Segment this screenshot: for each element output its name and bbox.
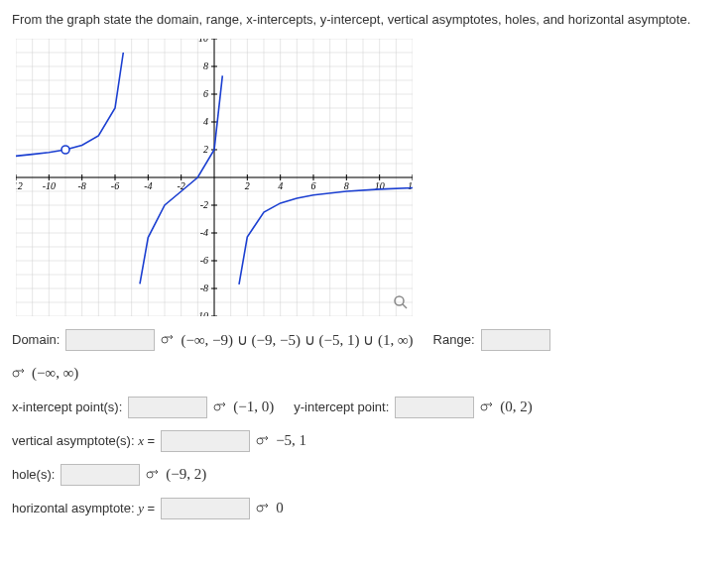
svg-text:-10: -10 (43, 180, 56, 191)
svg-point-95 (162, 337, 168, 343)
domain-answer: (−∞, −9) ∪ (−9, −5) ∪ (−5, 1) ∪ (1, ∞) (181, 331, 413, 349)
svg-point-115 (147, 472, 153, 478)
svg-text:4: 4 (203, 116, 208, 127)
preview-icon[interactable] (213, 400, 227, 414)
svg-text:-6: -6 (111, 180, 119, 191)
svg-line-94 (403, 304, 407, 308)
svg-text:-4: -4 (200, 227, 208, 238)
yint-input[interactable] (395, 397, 474, 418)
preview-icon[interactable] (480, 400, 494, 414)
graph-container: -12-10-8-6-4-224681012-10-8-6-4-2246810 (16, 39, 413, 316)
svg-text:6: 6 (203, 88, 208, 99)
svg-point-99 (13, 371, 19, 377)
range-label: Range: (433, 332, 475, 347)
vasym-row: vertical asymptote(s): x = −5, 1 (12, 427, 716, 455)
domain-label: Domain: (12, 332, 60, 347)
vasym-answer: −5, 1 (276, 432, 306, 449)
function-graph: -12-10-8-6-4-224681012-10-8-6-4-2246810 (16, 39, 413, 316)
svg-text:-12: -12 (16, 180, 23, 191)
hasym-input[interactable] (161, 498, 250, 519)
preview-icon[interactable] (256, 434, 270, 448)
svg-text:4: 4 (278, 180, 283, 191)
holes-answer: (−9, 2) (166, 466, 206, 483)
preview-icon[interactable] (161, 333, 175, 347)
svg-point-119 (257, 506, 263, 512)
svg-text:2: 2 (203, 144, 208, 155)
svg-point-107 (481, 404, 487, 410)
hasym-label: horizontal asymptote: y = (12, 501, 155, 516)
svg-text:8: 8 (203, 60, 208, 71)
xint-answer: (−1, 0) (233, 399, 274, 415)
svg-text:10: 10 (198, 39, 208, 44)
holes-row: hole(s): (−9, 2) (12, 461, 716, 489)
svg-text:12: 12 (408, 180, 413, 191)
hasym-row: horizontal asymptote: y = 0 (12, 495, 716, 522)
domain-input[interactable] (65, 329, 155, 351)
preview-icon[interactable] (256, 502, 270, 515)
svg-text:-4: -4 (144, 180, 152, 191)
preview-icon[interactable] (12, 367, 26, 381)
svg-point-103 (214, 404, 220, 410)
svg-text:-8: -8 (77, 180, 85, 191)
vasym-label: vertical asymptote(s): x = (12, 433, 155, 449)
svg-point-92 (61, 146, 69, 154)
svg-text:-6: -6 (200, 255, 208, 266)
svg-text:-10: -10 (195, 310, 208, 316)
yint-label: y-intercept point: (294, 400, 389, 414)
xint-input[interactable] (128, 397, 207, 418)
svg-text:-2: -2 (200, 199, 208, 210)
range-answer-row: (−∞, ∞) (12, 360, 716, 388)
range-answer: (−∞, ∞) (32, 365, 78, 382)
domain-row: Domain: (−∞, −9) ∪ (−9, −5) ∪ (−5, 1) ∪ … (12, 326, 716, 354)
svg-point-111 (257, 438, 263, 444)
svg-point-93 (395, 296, 404, 305)
xint-label: x-intercept point(s): (12, 400, 122, 414)
svg-text:8: 8 (344, 180, 349, 191)
preview-icon[interactable] (146, 468, 160, 482)
svg-text:2: 2 (245, 180, 250, 191)
holes-label: hole(s): (12, 467, 55, 482)
holes-input[interactable] (61, 464, 140, 486)
range-input[interactable] (481, 329, 550, 351)
xint-row: x-intercept point(s): (−1, 0) y-intercep… (12, 394, 716, 421)
vasym-input[interactable] (161, 430, 250, 452)
yint-answer: (0, 2) (500, 399, 533, 415)
hasym-answer: 0 (276, 500, 284, 516)
svg-text:-8: -8 (200, 283, 208, 293)
question-text: From the graph state the domain, range, … (12, 12, 716, 29)
svg-text:6: 6 (311, 180, 316, 191)
magnify-icon[interactable] (393, 294, 409, 310)
